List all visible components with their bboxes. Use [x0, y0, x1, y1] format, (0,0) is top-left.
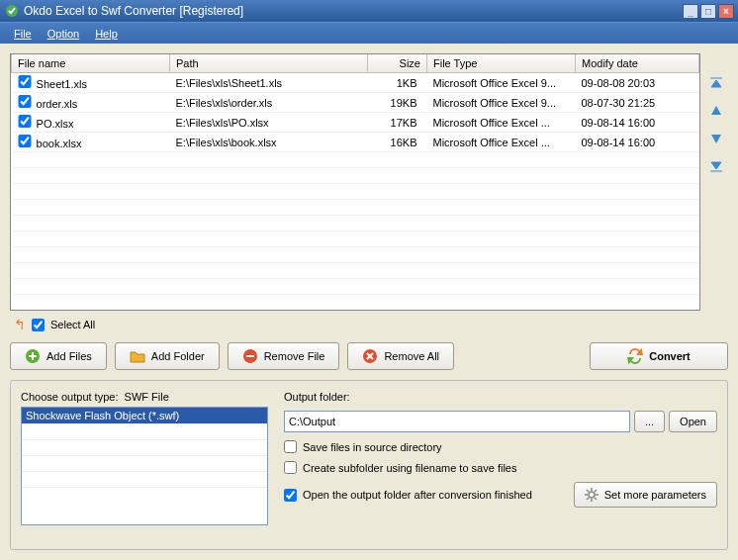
svg-line-9 — [587, 490, 589, 492]
remove-icon — [242, 348, 258, 364]
browse-button[interactable]: ... — [634, 411, 665, 432]
svg-line-11 — [595, 490, 597, 492]
table-row[interactable]: book.xlsxE:\Files\xls\book.xlsx16KBMicro… — [12, 133, 699, 152]
subfolder-label: Create subfolder using filename to save … — [303, 462, 516, 474]
row-checkbox[interactable] — [18, 75, 32, 88]
svg-line-10 — [595, 498, 597, 500]
svg-line-12 — [587, 498, 589, 500]
add-folder-button[interactable]: Add Folder — [115, 342, 220, 370]
gear-icon — [585, 488, 599, 502]
table-row[interactable]: order.xlsE:\Files\xls\order.xls19KBMicro… — [12, 93, 699, 113]
menu-option[interactable]: Option — [40, 25, 87, 43]
add-icon — [25, 348, 41, 364]
save-source-checkbox[interactable] — [284, 440, 297, 453]
up-level-icon[interactable]: ↰ — [14, 317, 26, 332]
remove-file-button[interactable]: Remove File — [228, 342, 340, 370]
output-type-label: Choose output type: SWF File — [21, 391, 268, 403]
menu-help[interactable]: Help — [87, 25, 126, 43]
row-checkbox[interactable] — [18, 95, 32, 108]
file-list[interactable]: File name Path Size File Type Modify dat… — [10, 53, 700, 311]
select-all-checkbox[interactable] — [32, 319, 45, 331]
row-checkbox[interactable] — [18, 135, 32, 147]
svg-point-4 — [589, 492, 595, 498]
convert-button[interactable]: Convert — [590, 342, 728, 370]
close-button[interactable]: × — [718, 4, 734, 19]
move-top-button[interactable] — [706, 73, 726, 93]
window-title: Okdo Excel to Swf Converter [Registered] — [24, 4, 683, 18]
subfolder-checkbox[interactable] — [284, 461, 297, 474]
titlebar: Okdo Excel to Swf Converter [Registered]… — [0, 0, 738, 22]
move-bottom-button[interactable] — [706, 156, 726, 176]
move-down-button[interactable] — [706, 129, 726, 148]
add-files-button[interactable]: Add Files — [10, 342, 107, 370]
set-params-button[interactable]: Set more parameters — [574, 482, 717, 508]
folder-icon — [130, 348, 145, 364]
remove-all-button[interactable]: Remove All — [347, 342, 454, 370]
table-row[interactable]: PO.xlsxE:\Files\xls\PO.xlsx17KBMicrosoft… — [12, 113, 699, 133]
col-size[interactable]: Size — [368, 54, 427, 73]
output-type-item[interactable]: Shockwave Flash Object (*.swf) — [22, 408, 267, 423]
minimize-button[interactable]: _ — [683, 4, 698, 19]
maximize-button[interactable]: □ — [700, 4, 716, 19]
col-path[interactable]: Path — [170, 54, 368, 73]
col-type[interactable]: File Type — [427, 54, 576, 73]
table-row[interactable]: Sheet1.xlsE:\Files\xls\Sheet1.xls1KBMicr… — [12, 73, 699, 93]
remove-all-icon — [362, 348, 378, 364]
col-date[interactable]: Modify date — [576, 54, 699, 73]
save-source-label: Save files in source directory — [303, 441, 442, 453]
menu-file[interactable]: File — [6, 25, 40, 43]
output-folder-input[interactable] — [284, 411, 630, 432]
select-all-label: Select All — [50, 319, 95, 330]
move-up-button[interactable] — [706, 101, 726, 121]
open-folder-button[interactable]: Open — [669, 411, 717, 432]
col-name[interactable]: File name — [12, 54, 170, 73]
row-checkbox[interactable] — [18, 115, 32, 128]
convert-icon — [627, 348, 643, 364]
open-after-checkbox[interactable] — [284, 489, 297, 502]
output-type-listbox[interactable]: Shockwave Flash Object (*.swf) — [21, 407, 268, 525]
output-folder-label: Output folder: — [284, 391, 717, 403]
open-after-label: Open the output folder after conversion … — [303, 489, 532, 501]
menubar: File Option Help — [0, 22, 738, 44]
app-icon — [4, 3, 20, 19]
